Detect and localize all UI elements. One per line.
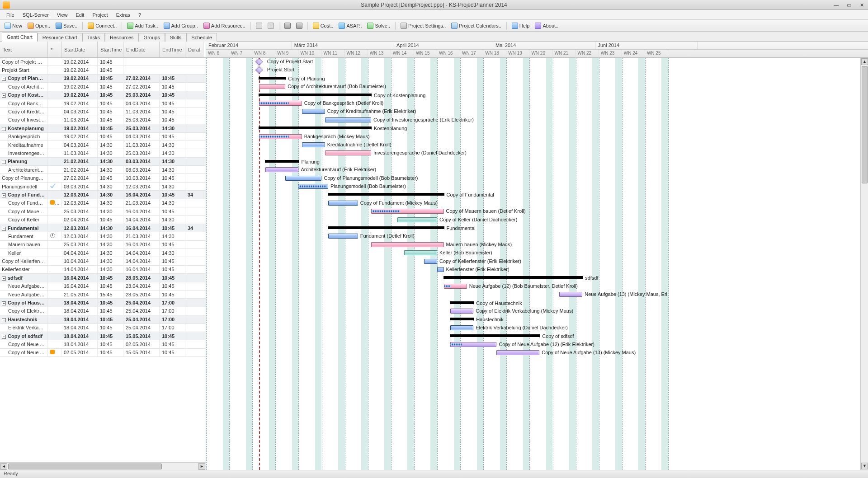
grid-body[interactable]: Copy of Projekt Start19.02.201410:45Proj… (0, 58, 206, 462)
close-button[interactable]: ✕ (855, 0, 868, 10)
task-row[interactable]: Mauern bauen25.03.201414:3016.04.201410:… (0, 241, 206, 249)
task-row[interactable]: Copy of Bankgespr...19.02.201410:4504.03… (0, 99, 206, 108)
tb-icon-button[interactable] (294, 22, 304, 30)
col-enddate[interactable]: EndDate (123, 42, 160, 57)
collapse-icon[interactable]: − (2, 318, 6, 322)
scroll-up-icon[interactable]: ▲ (861, 58, 868, 65)
task-row[interactable]: −sdfsdf16.04.201410:4528.05.201410:45 (0, 274, 206, 282)
tb-asap-button[interactable]: ASAP.. (337, 22, 363, 30)
task-bar[interactable]: Copy of Elektrik Verkabelung (Mickey Mau… (450, 309, 473, 314)
tb-addresource-button[interactable]: Add Resource.. (202, 22, 247, 30)
col-*[interactable]: * (48, 42, 61, 57)
collapse-icon[interactable]: − (2, 301, 6, 305)
task-row[interactable]: Fundament12.03.201414:3021.03.201414:30 (0, 232, 206, 240)
task-row[interactable]: Copy of Kellerfenster10.04.201414:3014.0… (0, 257, 206, 265)
task-row[interactable]: −Copy of Fundame...12.03.201414:3016.04.… (0, 191, 206, 199)
col-durat[interactable]: Durat (185, 42, 203, 57)
task-bar[interactable]: Mauern bauen (Mickey Maus) (371, 242, 444, 247)
tb-addtask-button[interactable]: Add Task.. (125, 22, 160, 30)
summary-bar[interactable]: Copy of Haustechnik (450, 301, 473, 304)
task-bar[interactable]: Copy of Keller (Daniel Dachdecker) (397, 217, 437, 222)
collapse-icon[interactable]: − (2, 77, 6, 81)
task-bar[interactable]: Architekturentwurf (Erik Elektriker) (265, 167, 298, 172)
task-bar[interactable]: Copy of Fundament (Mickey Maus) (328, 201, 358, 206)
task-row[interactable]: Kellerfenster14.04.201414:3016.04.201410… (0, 266, 206, 274)
col-text[interactable]: Text (0, 42, 48, 57)
task-row[interactable]: Copy of Kreditaufn...04.03.201410:4511.0… (0, 108, 206, 116)
menu-extras[interactable]: Extras (113, 11, 134, 19)
task-row[interactable]: Elektrik Verkabelung18.04.201410:4525.04… (0, 324, 206, 332)
scroll-thumb[interactable] (862, 66, 868, 183)
tab-resourcechart[interactable]: Resource Chart (38, 33, 82, 42)
task-bar[interactable]: Fundament (Detlef Kroll) (328, 234, 358, 239)
tb-cost-button[interactable]: Cost.. (311, 22, 335, 30)
task-bar[interactable]: Investorengespräche (Daniel Dachdecker) (325, 150, 371, 155)
summary-bar[interactable]: Copy of Fundamental (328, 193, 444, 196)
collapse-icon[interactable]: − (2, 160, 6, 164)
summary-bar[interactable]: sdfsdf (444, 276, 583, 279)
collapse-icon[interactable]: − (2, 276, 6, 281)
task-row[interactable]: Planungsmodell03.03.201414:3012.03.20141… (0, 183, 206, 191)
task-bar[interactable]: Copy of Architekturentwurf (Bob Baumeist… (259, 84, 285, 89)
task-row[interactable]: −Copy of sdfsdf18.04.201410:4515.05.2014… (0, 332, 206, 340)
minimize-button[interactable]: — (830, 0, 843, 10)
col-starttime[interactable]: StartTime (98, 42, 123, 57)
menu-view[interactable]: View (53, 11, 71, 19)
summary-bar[interactable]: Copy of sdfsdf (450, 334, 539, 337)
collapse-icon[interactable]: − (2, 193, 6, 197)
task-row[interactable]: −Haustechnik18.04.201410:4525.04.201417:… (0, 315, 206, 323)
tab-tasks[interactable]: Tasks (82, 33, 105, 42)
menu-project[interactable]: Project (89, 11, 111, 19)
task-bar[interactable]: Neue Aufgabe (13) (Mickey Maus, Eri (559, 292, 582, 297)
menu-sqlserver[interactable]: SQL-Server (19, 11, 52, 19)
scroll-down-icon[interactable]: ▼ (861, 463, 868, 469)
task-row[interactable]: Bankgespräch19.02.201410:4504.03.201410:… (0, 133, 206, 141)
milestone[interactable] (255, 66, 263, 74)
task-row[interactable]: Keller04.04.201414:3014.04.201414:30 (0, 249, 206, 257)
collapse-icon[interactable]: − (2, 127, 6, 131)
task-row[interactable]: Copy of Elektrik Ve...18.04.201410:4525.… (0, 307, 206, 315)
tb-icon-button[interactable] (266, 22, 276, 30)
tb-icon-button[interactable] (283, 22, 292, 30)
tb-about-button[interactable]: About.. (533, 22, 560, 30)
menu-[interactable]: ? (135, 11, 145, 19)
tb-help-button[interactable]: Help (510, 22, 532, 30)
summary-bar[interactable]: Planung (265, 160, 298, 163)
task-bar[interactable]: Copy of Neue Aufgabe (13) (Mickey Maus) (496, 350, 539, 355)
tab-ganttchart[interactable]: Gantt Chart (2, 33, 38, 42)
col-startdate[interactable]: StartDate (61, 42, 98, 57)
task-row[interactable]: −Copy of Haustech...18.04.201410:4525.04… (0, 299, 206, 307)
collapse-icon[interactable]: − (2, 94, 6, 98)
task-row[interactable]: Copy of Projekt Start19.02.201410:45 (0, 58, 206, 66)
grid-hscrollbar[interactable]: ◄ ► (0, 462, 206, 470)
milestone[interactable] (255, 58, 263, 66)
tab-skills[interactable]: Skills (165, 33, 187, 42)
task-row[interactable]: Copy of Fundament12.03.201414:3021.03.20… (0, 199, 206, 207)
task-row[interactable]: −Copy of Kostenpl...19.02.201410:4525.03… (0, 91, 206, 99)
gantt-vscrollbar[interactable]: ▲ ▼ (860, 58, 868, 470)
tb-icon-button[interactable] (254, 22, 264, 30)
task-row[interactable]: Copy of Investoren...11.03.201410:4525.0… (0, 116, 206, 124)
task-row[interactable]: Investorengespräc...11.03.201414:3025.03… (0, 149, 206, 157)
task-row[interactable]: Copy of Architektu...19.02.201410:4527.0… (0, 83, 206, 91)
tb-open-button[interactable]: Open.. (26, 22, 52, 30)
summary-bar[interactable]: Fundamental (328, 226, 444, 229)
task-row[interactable]: −Copy of Planung19.02.201410:4527.02.201… (0, 75, 206, 83)
tb-new-button[interactable]: New (3, 22, 24, 30)
tb-projectsettings-button[interactable]: Project Settings.. (399, 22, 448, 30)
col-endtime[interactable]: EndTime (160, 42, 185, 57)
task-row[interactable]: Copy of Mauern b...25.03.201414:3016.04.… (0, 207, 206, 216)
task-row[interactable]: −Kostenplanung19.02.201410:4525.03.20141… (0, 124, 206, 132)
menu-edit[interactable]: Edit (72, 11, 88, 19)
scroll-thumb[interactable] (8, 464, 162, 469)
menu-file[interactable]: File (3, 11, 18, 19)
summary-bar[interactable]: Haustechnik (450, 318, 473, 320)
task-bar[interactable]: Keller (Bob Baumeister) (404, 250, 437, 255)
gantt-body[interactable]: Copy of Projekt StartProjekt StartCopy o… (206, 58, 868, 470)
maximize-button[interactable]: ▭ (843, 0, 855, 10)
task-bar[interactable]: Copy of Kellerfenster (Erik Elektriker) (424, 259, 437, 264)
summary-bar[interactable]: Copy of Kostenplanung (259, 94, 371, 96)
task-bar[interactable]: Elektrik Verkabelung (Daniel Dachdecker) (450, 325, 473, 330)
task-row[interactable]: Projekt Start19.02.201410:45 (0, 66, 206, 74)
tb-save-button[interactable]: Save.. (54, 22, 79, 30)
